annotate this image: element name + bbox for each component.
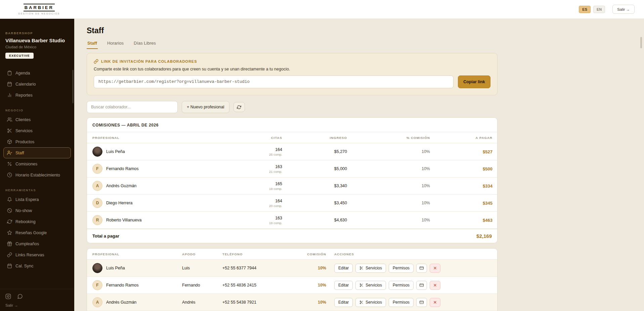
sidebar-item-label: Calendario [15, 82, 36, 87]
brand-name: BARBIER [24, 4, 55, 11]
logout-button[interactable]: Salir → [612, 5, 635, 14]
professional-name: Diego Herrera [106, 201, 133, 205]
permissions-button[interactable]: Permisos [389, 298, 414, 307]
edit-button[interactable]: Editar [334, 281, 353, 290]
new-professional-button[interactable]: + Nuevo profesional [182, 101, 229, 113]
commissions-card: COMISIONES — ABRIL DE 2026 PROFESIONAL C… [87, 117, 498, 243]
a-pagar-value: $334 [430, 177, 498, 195]
sidebar-section-negocio: NEGOCIO [5, 109, 69, 112]
clipboard-icon [7, 70, 12, 75]
package-icon [7, 139, 12, 144]
sidebar-item-cal-sync[interactable]: Cal. Sync [3, 260, 71, 271]
table-row: RRoberto Villanueva 16319 comp. $4,630 1… [87, 212, 498, 229]
avatar: R [92, 215, 102, 225]
professional-name: Fernando Ramos [106, 166, 139, 171]
permissions-button[interactable]: Permisos [389, 281, 414, 290]
credit-card-icon [420, 300, 424, 304]
professional-name: Roberto Villanueva [106, 218, 141, 222]
a-pagar-value: $527 [430, 143, 498, 160]
edit-button[interactable]: Editar [334, 298, 353, 307]
slash-icon [7, 208, 12, 213]
commissions-card-title: COMISIONES — ABRIL DE 2026 [87, 118, 497, 132]
link-icon [94, 59, 98, 64]
payment-card-button[interactable] [416, 281, 427, 290]
sidebar-item-label: Lista Espera [15, 197, 39, 202]
sidebar-item-label: Servicios [15, 128, 33, 133]
delete-button[interactable] [430, 264, 440, 273]
services-button[interactable]: Servicios [355, 281, 386, 290]
brand-tagline: GESTIÓN DE NEGOCIOS [18, 12, 60, 15]
sidebar-item-resenas-google[interactable]: Reseñas Google [3, 227, 71, 238]
sidebar-item-staff[interactable]: Staff [3, 147, 71, 158]
sidebar-item-label: Rebooking [15, 219, 36, 224]
sidebar-item-label: Productos [15, 140, 34, 144]
edit-button[interactable]: Editar [334, 264, 353, 273]
instagram-icon[interactable] [5, 294, 11, 299]
avatar [92, 263, 102, 273]
clock-icon [7, 172, 12, 177]
column-header: TELÉFONO [222, 249, 306, 260]
avatar: F [92, 164, 102, 174]
scissors-icon [359, 283, 363, 287]
language-en-button[interactable]: EN [593, 6, 605, 13]
sidebar-item-horario-establecimiento[interactable]: Horario Establecimiento [3, 169, 71, 180]
services-button[interactable]: Servicios [355, 264, 386, 273]
sidebar-item-label: Links Reservas [15, 253, 44, 257]
avatar: F [92, 280, 102, 290]
sidebar-scrollbar[interactable] [72, 70, 74, 103]
refresh-icon [7, 219, 12, 224]
payment-card-button[interactable] [416, 298, 427, 307]
credit-card-icon [420, 283, 424, 287]
sidebar-item-links-reservas[interactable]: Links Reservas [3, 249, 71, 260]
sidebar-item-calendario[interactable]: Calendario [3, 79, 71, 90]
column-header: COMISIÓN [306, 249, 329, 260]
sidebar-item-agenda[interactable]: Agenda [3, 67, 71, 79]
avatar: A [92, 297, 102, 307]
delete-button[interactable] [430, 281, 440, 290]
tab-staff[interactable]: Staff [87, 39, 98, 49]
chat-icon[interactable] [17, 294, 23, 299]
professional-name: Andrés Guzmán [106, 300, 136, 305]
invite-link-input[interactable] [94, 75, 454, 88]
permissions-button[interactable]: Permisos [389, 264, 414, 273]
copy-link-button[interactable]: Copiar link [458, 75, 490, 88]
invite-link-card: LINK DE INVITACIÓN PARA COLABORADORES Co… [87, 53, 498, 95]
invite-card-title: LINK DE INVITACIÓN PARA COLABORADORES [101, 59, 197, 63]
language-es-button[interactable]: ES [579, 6, 591, 13]
column-header: APODO [182, 249, 222, 260]
ingreso-value: $4,630 [282, 212, 347, 229]
sidebar-item-rebooking[interactable]: Rebooking [3, 216, 71, 227]
sidebar-item-clientes[interactable]: Clientes [3, 114, 71, 125]
tab-dias-libres[interactable]: Días Libres [133, 39, 157, 49]
payment-card-button[interactable] [416, 264, 427, 273]
services-button[interactable]: Servicios [355, 298, 386, 307]
sidebar-item-lista-espera[interactable]: Lista Espera [3, 194, 71, 205]
invite-card-description: Comparte este link con tus colaboradores… [94, 67, 490, 71]
avatar: A [92, 181, 102, 191]
sidebar-item-reportes[interactable]: Reportes [3, 90, 71, 101]
tab-horarios[interactable]: Horarios [106, 39, 124, 49]
total-label: Total a pagar [92, 234, 119, 239]
staff-toolbar: + Nuevo profesional [87, 101, 498, 113]
avatar: D [92, 198, 102, 208]
sidebar-item-label: Clientes [15, 117, 31, 122]
column-header: A PAGAR [430, 132, 498, 143]
citas-count: 163 [240, 216, 282, 220]
sidebar-item-label: Cumpleaños [15, 242, 39, 246]
user-check-icon [7, 150, 12, 155]
org-city: Ciudad de México [5, 45, 69, 49]
sidebar-item-comisiones[interactable]: Comisiones [3, 158, 71, 169]
window-scrollbar[interactable] [640, 37, 642, 48]
sidebar-logout-link[interactable]: Salir → [5, 303, 69, 307]
percent-icon [7, 161, 12, 166]
search-input[interactable] [87, 101, 178, 113]
refresh-button[interactable] [233, 102, 245, 112]
column-header: INGRESO [282, 132, 347, 143]
column-header: CITAS [240, 132, 282, 143]
citas-completed: 19 comp. [240, 187, 282, 191]
sidebar-item-no-show[interactable]: No-show [3, 205, 71, 216]
delete-button[interactable] [430, 298, 440, 307]
sidebar-item-servicios[interactable]: Servicios [3, 125, 71, 136]
sidebar-item-cumpleanos[interactable]: Cumpleaños [3, 238, 71, 249]
sidebar-item-productos[interactable]: Productos [3, 136, 71, 147]
